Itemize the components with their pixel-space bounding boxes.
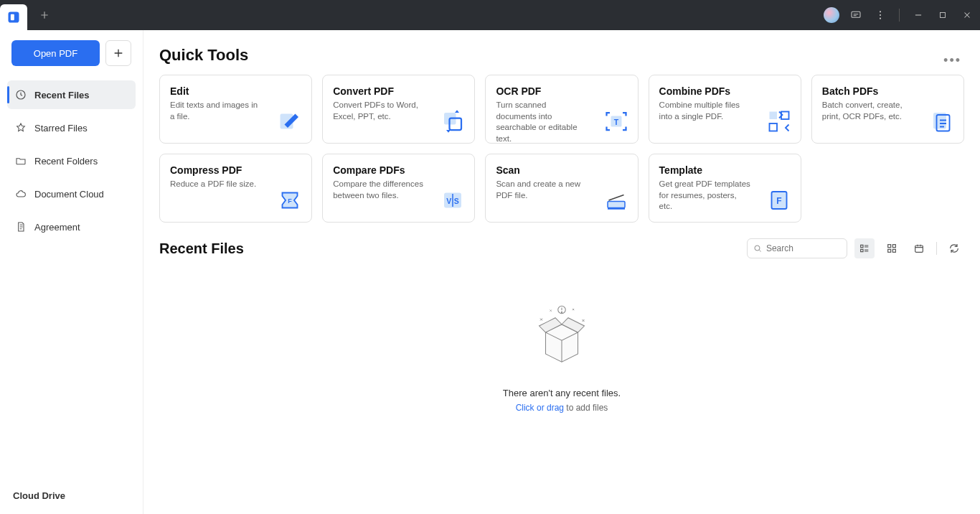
- ocr-icon: T: [603, 108, 629, 134]
- combine-icon: [766, 108, 792, 134]
- recent-files-toolbar: [747, 238, 964, 258]
- svg-point-5: [880, 18, 881, 19]
- overflow-menu-button[interactable]: [870, 5, 890, 25]
- document-icon: [14, 220, 27, 233]
- tool-desc: Edit texts and images in a file.: [170, 100, 262, 122]
- svg-rect-14: [769, 123, 777, 131]
- body: Open PDF Recent Files Starred Files: [0, 30, 980, 514]
- recent-files-title: Recent Files: [159, 240, 244, 257]
- view-date-button[interactable]: [909, 238, 929, 258]
- empty-state-subtext: Click or drag to add files: [159, 403, 964, 413]
- tool-desc: Turn scanned documents into searchable o…: [496, 100, 588, 144]
- create-pdf-button[interactable]: [105, 40, 131, 66]
- tool-desc: Compare the differences between two file…: [333, 179, 425, 201]
- svg-rect-31: [888, 249, 891, 252]
- avatar-icon: [824, 7, 839, 23]
- quick-tools-grid: Edit Edit texts and images in a file. Co…: [159, 75, 964, 223]
- search-input[interactable]: [766, 243, 841, 253]
- sidebar-item-label: Document Cloud: [34, 189, 104, 200]
- tool-title: Batch PDFs: [822, 85, 953, 97]
- svg-rect-23: [608, 208, 625, 210]
- close-icon: [962, 10, 972, 20]
- svg-text:T: T: [613, 118, 618, 126]
- convert-icon: [440, 108, 466, 134]
- messages-button[interactable]: [846, 5, 866, 25]
- tool-card-ocr[interactable]: OCR PDF Turn scanned documents into sear…: [485, 75, 638, 144]
- svg-text:F: F: [776, 196, 781, 206]
- tool-card-compress[interactable]: Compress PDF Reduce a PDF file size. F: [159, 154, 312, 223]
- calendar-icon: [913, 243, 925, 254]
- empty-state-link[interactable]: Click or drag: [516, 403, 564, 413]
- svg-rect-27: [861, 245, 863, 247]
- search-icon: [753, 243, 762, 253]
- view-list-button[interactable]: [854, 238, 875, 258]
- svg-rect-33: [915, 246, 923, 252]
- tool-title: Compress PDF: [170, 164, 301, 176]
- tool-title: Combine PDFs: [659, 85, 791, 97]
- plus-icon: [113, 47, 124, 59]
- svg-point-35: [561, 312, 562, 312]
- app-tab-home[interactable]: [0, 4, 27, 30]
- compress-icon: F: [277, 187, 303, 213]
- new-tab-button[interactable]: [33, 4, 56, 27]
- clock-icon: [14, 88, 27, 101]
- svg-rect-13: [769, 112, 777, 120]
- sidebar-item-recent-files[interactable]: Recent Files: [7, 80, 136, 109]
- sidebar-item-label: Agreement: [34, 222, 80, 233]
- divider: [936, 242, 937, 255]
- svg-text:S: S: [454, 197, 459, 205]
- tool-card-edit[interactable]: Edit Edit texts and images in a file.: [159, 75, 312, 144]
- scan-icon: [603, 187, 629, 213]
- window-maximize-button[interactable]: [933, 5, 953, 25]
- tool-desc: Combine multiple files into a single PDF…: [659, 100, 751, 122]
- search-wrap[interactable]: [747, 238, 847, 258]
- svg-rect-28: [861, 249, 863, 251]
- sidebar-list: Recent Files Starred Files Recent Folder…: [0, 76, 143, 250]
- tool-desc: Scan and create a new PDF file.: [496, 179, 588, 201]
- quick-tools-header: Quick Tools •••: [159, 46, 964, 75]
- main-content: Quick Tools ••• Edit Edit texts and imag…: [143, 30, 980, 514]
- tool-desc: Get great PDF templates for resumes, pos…: [659, 179, 751, 212]
- svg-point-3: [880, 11, 881, 12]
- titlebar-left: [0, 0, 56, 30]
- tool-card-combine[interactable]: Combine PDFs Combine multiple files into…: [649, 75, 801, 144]
- sidebar-bottom: Cloud Drive: [0, 490, 143, 514]
- refresh-icon: [948, 243, 960, 254]
- refresh-button[interactable]: [944, 238, 964, 258]
- view-grid-button[interactable]: [882, 238, 902, 258]
- sidebar-item-agreement[interactable]: Agreement: [7, 212, 136, 241]
- titlebar: [0, 0, 980, 30]
- window-close-button[interactable]: [957, 5, 977, 25]
- tool-card-template[interactable]: Template Get great PDF templates for res…: [649, 154, 801, 223]
- titlebar-right: [821, 5, 977, 25]
- open-pdf-button[interactable]: Open PDF: [11, 40, 100, 66]
- tool-card-convert[interactable]: Convert PDF Convert PDFs to Word, Excel,…: [322, 75, 475, 144]
- tool-card-compare[interactable]: Compare PDFs Compare the differences bet…: [322, 154, 475, 223]
- tool-title: Template: [659, 164, 791, 176]
- kebab-icon: [875, 9, 886, 21]
- recent-files-empty: There aren't any recent files. Click or …: [159, 271, 964, 413]
- tool-card-batch[interactable]: Batch PDFs Batch convert, create, print,…: [811, 75, 964, 144]
- tool-card-scan[interactable]: Scan Scan and create a new PDF file.: [485, 154, 638, 223]
- grid-icon: [886, 243, 897, 254]
- svg-rect-6: [941, 13, 946, 18]
- sidebar-item-recent-folders[interactable]: Recent Folders: [7, 146, 136, 175]
- tool-desc: Batch convert, create, print, OCR PDFs, …: [822, 100, 914, 122]
- window-minimize-button[interactable]: [908, 5, 928, 25]
- sidebar-item-label: Recent Files: [34, 90, 90, 101]
- tool-title: OCR PDF: [496, 85, 627, 97]
- sidebar-item-label: Starred Files: [34, 123, 88, 134]
- sidebar-item-starred-files[interactable]: Starred Files: [7, 113, 136, 142]
- sidebar-item-document-cloud[interactable]: Document Cloud: [7, 179, 136, 208]
- tool-title: Compare PDFs: [333, 164, 464, 176]
- svg-rect-2: [852, 11, 860, 17]
- tool-title: Convert PDF: [333, 85, 464, 97]
- tool-title: Edit: [170, 85, 301, 97]
- empty-state-suffix: to add files: [564, 403, 608, 413]
- quick-tools-more-button[interactable]: •••: [941, 50, 964, 71]
- svg-rect-29: [888, 245, 891, 248]
- divider: [899, 9, 900, 22]
- open-pdf-row: Open PDF: [0, 40, 143, 76]
- plus-icon: [39, 10, 50, 20]
- avatar-button[interactable]: [821, 5, 842, 25]
